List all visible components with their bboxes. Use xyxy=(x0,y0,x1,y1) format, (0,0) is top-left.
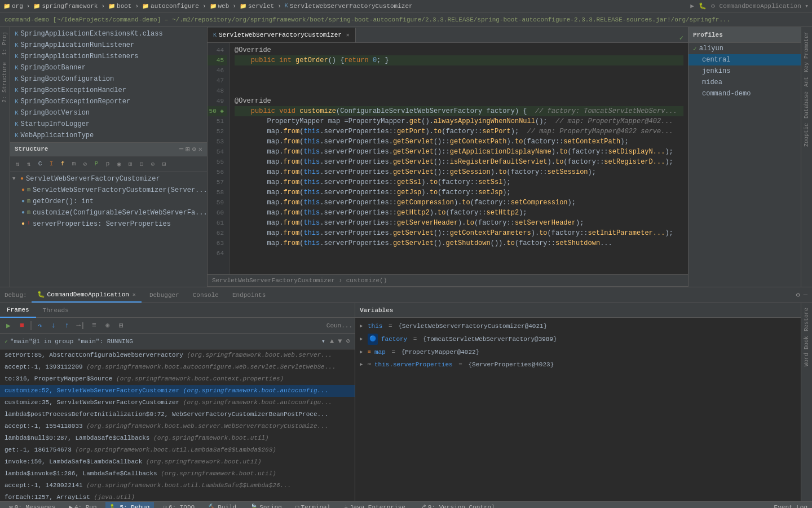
scroll-to-icon[interactable]: ⊙ xyxy=(148,159,158,169)
stop-icon[interactable]: ■ xyxy=(16,319,28,332)
bottom-tab-vcs[interactable]: ⎇ 9: Version Control xyxy=(414,502,500,509)
sort-alpha-icon[interactable]: ⇅ xyxy=(12,159,23,169)
minimize-debug-icon[interactable]: — xyxy=(804,291,807,299)
var-this[interactable]: ▶ this = {ServletWebServerFactoryCustomi… xyxy=(355,320,801,332)
filter-icon2[interactable]: ⊘ xyxy=(346,338,350,345)
breadcrumb-web[interactable]: 📁 web xyxy=(210,3,230,10)
options-icon[interactable]: ⊡ xyxy=(159,159,169,169)
tree-item[interactable]: K SpringBootConfiguration xyxy=(10,73,207,85)
interface-icon[interactable]: I xyxy=(46,159,56,169)
expand-all-icon[interactable]: ⊞ xyxy=(125,159,135,169)
settings-icon[interactable]: ⚙ xyxy=(711,2,715,10)
debug-tab-endpoints[interactable]: Endpoints xyxy=(227,288,271,303)
method-tree-item2[interactable]: ● m customize(ConfigurableServletWebServ… xyxy=(10,207,207,218)
tree-item[interactable]: K WebApplicationType xyxy=(10,130,207,141)
debug-tab-close[interactable]: ✕ xyxy=(133,291,136,298)
thread-dropdown-arrow[interactable]: ▾ xyxy=(321,337,325,345)
run-icon[interactable]: ▶ xyxy=(690,2,694,10)
step-out-icon[interactable]: ↑ xyxy=(61,319,73,332)
tree-item[interactable]: K StartupInfoLogger xyxy=(10,119,207,130)
key-promoter-tab[interactable]: Key Promoter xyxy=(804,29,810,75)
sort-type-icon[interactable]: ⇅ xyxy=(24,159,34,169)
bottom-tab-spring[interactable]: 🍃 Spring xyxy=(245,502,286,509)
threads-tab[interactable]: Threads xyxy=(36,303,76,318)
bottom-tab-terminal[interactable]: ▢ Terminal xyxy=(291,502,335,509)
debug-tab-console[interactable]: Console xyxy=(187,288,224,303)
var-server-props[interactable]: ▶ ∞ this.serverProperties = {ServerPrope… xyxy=(355,358,801,371)
frame-item-accept1[interactable]: accept:-1, 1393112209 (org.springframewo… xyxy=(0,361,355,373)
frame-item-setport[interactable]: setPort:85, AbstractConfigurableWebServe… xyxy=(0,349,355,361)
breadcrumb-boot[interactable]: 📁 boot xyxy=(108,3,131,10)
frame-item-accept3[interactable]: accept:-1, 1428022141 (org.springframewo… xyxy=(0,480,355,492)
public-icon[interactable]: P xyxy=(91,159,102,169)
bottom-tab-todo[interactable]: ☑ 6: TODO xyxy=(158,502,199,509)
frames-tab[interactable]: Frames xyxy=(0,303,36,318)
bottom-tab-java-enterprise[interactable]: ☕ Java Enterprise xyxy=(339,502,410,509)
var-map[interactable]: ▶ ≡ map = {PropertyMapper@4022} xyxy=(355,346,801,358)
thread-dropdown[interactable]: ✓ "main"@1 in group "main": RUNNING ▾ ▲ … xyxy=(0,334,355,349)
profile-jenkins[interactable]: jenkins xyxy=(689,65,801,77)
breadcrumb-springframework[interactable]: 📁 springframework xyxy=(33,3,98,10)
bottom-tab-messages[interactable]: ✉ 0: Messages xyxy=(5,502,60,509)
step-over-icon[interactable]: ↷ xyxy=(34,319,46,332)
profile-aliyun[interactable]: ✓ aliyun xyxy=(689,43,801,54)
bottom-tab-build[interactable]: 🔨 Build xyxy=(204,502,241,509)
code-area[interactable]: @Override public int getOrder() { return… xyxy=(230,43,688,274)
profile-command-demo[interactable]: command-demo xyxy=(689,88,801,99)
tree-item[interactable]: K SpringApplicationRunListener xyxy=(10,40,207,51)
breadcrumb-autoconfigure[interactable]: 📁 autoconfigure xyxy=(142,3,199,10)
method-tree-item[interactable]: ● m getOrder(): int xyxy=(10,196,207,207)
frame-item-lambda-invoke[interactable]: lambda$invoke$1:286, LambdaSafe$Callback… xyxy=(0,468,355,480)
step-down-icon[interactable]: ▼ xyxy=(338,338,342,345)
evaluate-icon[interactable]: ≡ xyxy=(88,319,100,332)
frame-item-customize35[interactable]: customize:35, ServletWebServerFactoryCus… xyxy=(0,397,355,409)
step-into-icon[interactable]: ↓ xyxy=(47,319,60,332)
field-tree-item[interactable]: ● ! serverProperties: ServerProperties xyxy=(10,218,207,230)
event-log-link[interactable]: Event Log xyxy=(774,504,807,509)
profile-midea[interactable]: midea xyxy=(689,77,801,88)
settings-icon2[interactable]: ⚙ xyxy=(192,145,196,154)
private-icon[interactable]: p xyxy=(103,159,113,169)
expand-icon[interactable]: ⊞ xyxy=(186,145,189,154)
app-dropdown[interactable]: CommandDemoApplication ▾ xyxy=(720,2,809,10)
profile-central[interactable]: central xyxy=(689,54,801,65)
collapse-icon[interactable]: — xyxy=(179,145,183,154)
close-icon[interactable]: ✕ xyxy=(198,145,202,154)
frame-item-lambda-null[interactable]: lambda$null$0:287, LambdaSafe$Callbacks … xyxy=(0,432,355,444)
settings-debug-icon[interactable]: ⚙ xyxy=(796,291,800,299)
restore-window-tab[interactable]: Restore xyxy=(804,305,810,334)
frame-item-foreach[interactable]: forEach:1257, ArrayList (java.util) xyxy=(0,492,355,501)
protected-icon[interactable]: ◉ xyxy=(114,159,124,169)
tree-item[interactable]: K SpringApplicationExtensionsKt.class xyxy=(10,28,207,40)
frame-item-to[interactable]: to:316, PropertyMapper$Source (org.sprin… xyxy=(0,373,355,385)
frame-item-invoke[interactable]: invoke:159, LambdaSafe$LambdaCallback (o… xyxy=(0,456,355,468)
method-icon[interactable]: m xyxy=(69,159,79,169)
tree-item[interactable]: K SpringBootVersion xyxy=(10,107,207,119)
field-icon[interactable]: f xyxy=(58,159,68,169)
step-up-icon[interactable]: ▲ xyxy=(330,338,334,345)
class-tree-item[interactable]: ▼ ● ServletWebServerFactoryCustomizer xyxy=(10,173,207,185)
resume-icon[interactable]: ▶ xyxy=(2,319,15,332)
tree-item[interactable]: K SpringApplicationRunListeners xyxy=(10,51,207,62)
debug-button[interactable]: 🐛 xyxy=(699,2,707,10)
structure-tab[interactable]: 2: Structure xyxy=(2,60,8,105)
project-tab[interactable]: 1: Proj xyxy=(2,29,8,58)
debug-tab-app[interactable]: 🐛 CommandDemoApplication ✕ xyxy=(32,288,142,303)
breadcrumb-org[interactable]: 📁 org xyxy=(3,3,23,10)
collapse-all-icon[interactable]: ⊟ xyxy=(136,159,147,169)
debug-tab-debugger[interactable]: Debugger xyxy=(144,288,185,303)
bottom-tab-run[interactable]: ▶ 4: Run xyxy=(64,502,101,509)
watch-icon[interactable]: ⊕ xyxy=(102,319,114,332)
breadcrumb-servlet[interactable]: 📁 servlet xyxy=(240,3,274,10)
class-icon[interactable]: C xyxy=(35,159,45,169)
tree-item[interactable]: K SpringBootExceptionReporter xyxy=(10,96,207,107)
ant-tab[interactable]: Ant xyxy=(804,75,810,89)
constructor-tree-item[interactable]: ● m ServletWebServerFactoryCustomizer(Se… xyxy=(10,185,207,196)
tree-item[interactable]: K SpringBootBanner xyxy=(10,62,207,73)
word-book-tab[interactable]: Word Book xyxy=(804,334,810,369)
bottom-tab-debug[interactable]: 🐛 5: Debug xyxy=(105,502,154,509)
var-factory[interactable]: ▶ 🔵 factory = {TomcatServletWebServerFac… xyxy=(355,332,801,346)
filter-icon[interactable]: ⊘ xyxy=(80,159,90,169)
breadcrumb-file[interactable]: K ServletWebServerFactoryCustomizer xyxy=(285,3,413,10)
frame-item-accept2[interactable]: accept:-1, 1554118033 (org.springframewo… xyxy=(0,421,355,432)
